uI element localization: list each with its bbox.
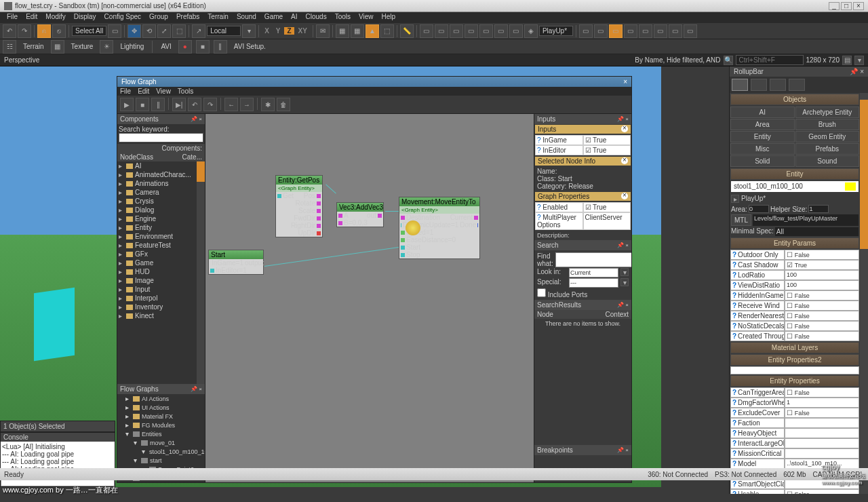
rollup-scrollbar[interactable]: [860, 93, 868, 494]
select-all-dropdown[interactable]: Select All: [72, 26, 106, 36]
menu-edit[interactable]: Edit: [22, 12, 41, 23]
tool-g[interactable]: ▭: [669, 24, 682, 38]
rollup-tab-display[interactable]: [770, 79, 786, 91]
lighting-icon[interactable]: ☀: [100, 40, 113, 54]
component-camera[interactable]: ▸Camera: [117, 188, 197, 197]
axis-x[interactable]: X: [262, 27, 272, 35]
unlink-button[interactable]: ⎋: [52, 24, 66, 38]
minspec-dropdown[interactable]: All: [775, 227, 859, 236]
collapse-icon[interactable]: ×: [621, 125, 628, 132]
step-button[interactable]: ▶|: [172, 98, 186, 111]
tree-fg-modules[interactable]: ▸ FG Modules: [117, 421, 205, 429]
props-button[interactable]: ▭: [465, 24, 478, 38]
param-row[interactable]: ?ViewDistRatio100: [730, 280, 860, 290]
char-button[interactable]: ▭: [509, 24, 523, 38]
search-input[interactable]: [736, 55, 804, 65]
param-row[interactable]: ?NoStaticDecals☐ False: [730, 321, 860, 331]
track-button[interactable]: ▭: [479, 24, 493, 38]
stop-rec-button[interactable]: ■: [196, 40, 210, 54]
lighting-label[interactable]: Lighting: [117, 43, 146, 50]
component-environment[interactable]: ▸Environment: [117, 232, 197, 241]
scale-button[interactable]: ⤢: [157, 24, 171, 38]
layers-icon[interactable]: ◈: [524, 24, 538, 38]
node-start[interactable]: Start InGame=1output InEditor=1: [208, 250, 264, 275]
fg-undo-button[interactable]: ↶: [188, 98, 201, 111]
menu-prefabs[interactable]: Prefabs: [172, 12, 203, 23]
snap-terrain-button[interactable]: ▲: [366, 24, 379, 38]
prop-row[interactable]: ?ExcludeCover☐ False: [730, 408, 860, 418]
maximize-button[interactable]: □: [841, 2, 852, 10]
param-row[interactable]: ?Created Through Pool☐ False: [730, 331, 860, 341]
component-dialog[interactable]: ▸Dialog: [117, 206, 197, 214]
component-search-input[interactable]: [119, 133, 203, 142]
fg-menu-view[interactable]: View: [156, 88, 171, 95]
tree-item[interactable]: ▾ move_01: [117, 438, 205, 447]
db-button[interactable]: ▭: [435, 24, 448, 38]
object-type-ai[interactable]: AI: [730, 107, 795, 118]
object-type-brush[interactable]: Brush: [795, 119, 860, 130]
pin-icon2[interactable]: 📌 ×: [191, 386, 202, 392]
component-inventory[interactable]: ▸Inventory: [117, 303, 197, 311]
component-kinect[interactable]: ▸Kinect: [117, 311, 197, 320]
layer-dropdown[interactable]: PlayUp*: [539, 26, 573, 36]
record-button[interactable]: ●: [178, 40, 192, 54]
menu-help[interactable]: Help: [378, 12, 400, 23]
lookin-dropdown[interactable]: Current: [569, 268, 618, 277]
component-ai[interactable]: ▸AI: [117, 161, 197, 170]
fwd-button[interactable]: →: [240, 98, 254, 111]
entity-name-field[interactable]: stool1_100_m100_100: [731, 181, 859, 192]
menu-game[interactable]: Game: [260, 12, 287, 23]
helper-input[interactable]: [808, 205, 829, 213]
rollup-tab-layers[interactable]: [789, 79, 805, 91]
menu-clouds[interactable]: Clouds: [302, 12, 331, 23]
node-getpos[interactable]: Entity:GetPos <Graph Entity> GetPos Rota…: [275, 175, 323, 237]
nodeclass-header[interactable]: NodeClass Cate...: [117, 153, 205, 161]
coord-button[interactable]: ▾: [242, 24, 256, 38]
menu-tools[interactable]: Tools: [331, 12, 355, 23]
rotate-button[interactable]: ⟲: [142, 24, 156, 38]
pause-button[interactable]: ‖: [151, 98, 165, 111]
redo-button[interactable]: ↷: [18, 24, 31, 38]
include-ports-checkbox[interactable]: [537, 288, 546, 297]
split-icon[interactable]: ▤: [842, 56, 852, 65]
menu-group[interactable]: Group: [145, 12, 172, 23]
fg-menu-file[interactable]: File: [120, 88, 131, 95]
component-animatedcharac[interactable]: ▸AnimatedCharac...: [117, 170, 197, 179]
param-row[interactable]: ?Outdoor Only☐ False: [730, 250, 860, 260]
close-button[interactable]: ×: [853, 2, 864, 10]
layer-button[interactable]: ▭: [420, 24, 433, 38]
menu-view[interactable]: View: [355, 12, 378, 23]
tool-f[interactable]: ▭: [654, 24, 667, 38]
back-button[interactable]: ←: [224, 98, 238, 111]
play-button[interactable]: ▶: [120, 98, 134, 111]
flowgraph-titlebar[interactable]: Flow Graph ×: [117, 77, 631, 87]
goto-button[interactable]: ↗: [192, 24, 205, 38]
select-obj-button[interactable]: ⬚: [172, 24, 186, 38]
component-image[interactable]: ▸Image: [117, 276, 197, 285]
param-row[interactable]: ?LodRatio100: [730, 270, 860, 280]
tree-ai-actions[interactable]: ▸ AI Actions: [117, 394, 205, 403]
component-featuretest[interactable]: ▸FeatureTest: [117, 241, 197, 250]
tool-a[interactable]: ▭: [579, 24, 593, 38]
object-type-misc[interactable]: Misc: [730, 143, 795, 155]
flowgraph-close-button[interactable]: ×: [623, 78, 627, 85]
component-input[interactable]: ▸Input: [117, 285, 197, 294]
param-row[interactable]: ?RenderNearest☐ False: [730, 311, 860, 321]
pause-rec-button[interactable]: ‖: [214, 40, 227, 54]
prop-row[interactable]: ?Usable☐ False: [730, 489, 860, 494]
axis-z[interactable]: Z: [284, 27, 294, 35]
tool-d[interactable]: ▭: [624, 24, 637, 38]
object-type-archetype-entity[interactable]: Archetype Entity: [795, 107, 860, 118]
prop-row[interactable]: ?InteractLargeObject: [730, 438, 860, 448]
tool-c[interactable]: ▭: [609, 24, 623, 38]
snap-grid-button[interactable]: ▦: [336, 24, 349, 38]
component-hud[interactable]: ▸HUD: [117, 267, 197, 276]
component-entity[interactable]: ▸Entity: [117, 223, 197, 232]
tree-item[interactable]: ▾ start: [117, 456, 205, 465]
explorer-button[interactable]: ▭: [450, 24, 463, 38]
select-button[interactable]: ▭: [108, 24, 121, 38]
param-row[interactable]: ?Cast Shadow☑ True: [730, 260, 860, 270]
prop-row[interactable]: ?HeavyObject: [730, 428, 860, 438]
tree-item[interactable]: ▾ Entities: [117, 429, 205, 438]
param-row[interactable]: ?HiddenInGame☐ False: [730, 290, 860, 301]
